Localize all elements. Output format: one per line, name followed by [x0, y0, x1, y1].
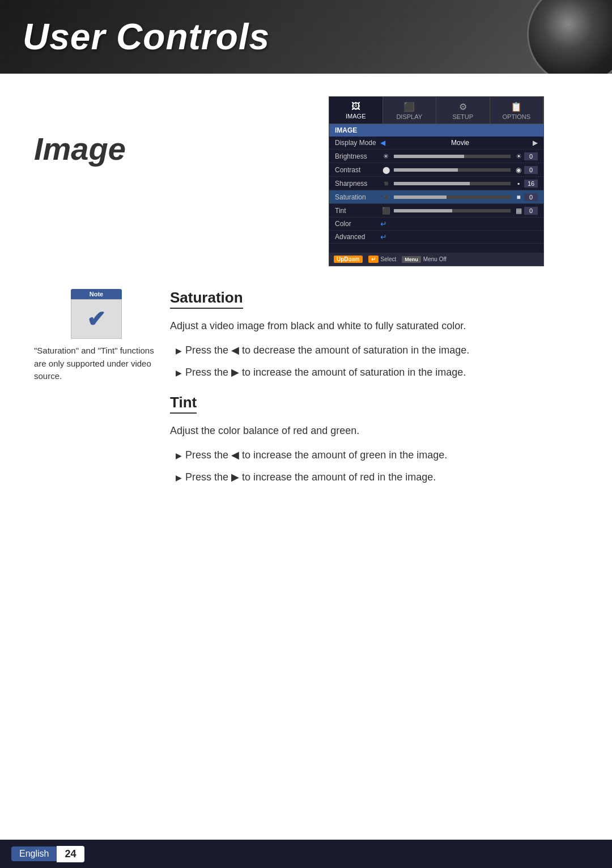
display-mode-label: Display Mode	[335, 139, 380, 147]
tint-title: Tint	[170, 394, 197, 414]
saturation-bullets: ▶ Press the ◀ to decrease the amount of …	[170, 342, 469, 381]
contrast-label: Contrast	[335, 166, 380, 174]
tint-slider[interactable]	[394, 209, 511, 212]
lens-decoration	[499, 0, 612, 74]
image-tab-icon: 🖼	[332, 101, 380, 112]
osd-tab-options[interactable]: 📋 OPTIONS	[490, 97, 544, 124]
color-enter-icon[interactable]: ↵	[380, 219, 387, 228]
enter-key: ↵	[368, 256, 379, 263]
tint-description: Adjust the color balance of red and gree…	[170, 423, 469, 439]
tint-bullet-1-text: Press the ◀ to increase the amount of gr…	[185, 447, 447, 463]
osd-tab-image[interactable]: 🖼 IMAGE	[329, 97, 383, 124]
saturation-value: 0	[524, 193, 538, 201]
tint-label: Tint	[335, 207, 380, 215]
saturation-section: Saturation Adjust a video image from bla…	[170, 289, 469, 380]
bullet-arrow-icon-4: ▶	[176, 471, 182, 484]
bullet-arrow-icon-2: ▶	[176, 367, 182, 379]
osd-advanced-row: Advanced ↵	[329, 231, 543, 244]
bullet-arrow-icon-3: ▶	[176, 449, 182, 462]
contrast-value: 0	[524, 166, 538, 174]
contrast-slider-track	[394, 168, 511, 172]
osd-tabs: 🖼 IMAGE ⬛ DISPLAY ⚙ SETUP 📋 OPTIONS	[329, 97, 543, 124]
sharpness-value: 16	[524, 180, 538, 188]
saturation-bullet-2: ▶ Press the ▶ to increase the amount of …	[176, 364, 469, 381]
options-tab-icon: 📋	[492, 101, 541, 112]
sharpness-slider-fill	[394, 182, 470, 185]
sharpness-indicator-icon: ▪	[513, 180, 524, 188]
osd-contrast-row: Contrast ⬤ ◉ 0	[329, 163, 543, 177]
saturation-bullet-1-text: Press the ◀ to decrease the amount of sa…	[185, 342, 469, 359]
contrast-icon: ⬤	[380, 166, 392, 174]
note-badge: Note	[71, 289, 122, 299]
setup-tab-icon: ⚙	[439, 101, 487, 112]
tint-bullets: ▶ Press the ◀ to increase the amount of …	[170, 447, 469, 486]
osd-display-mode-row: Display Mode ◀ Movie ▶	[329, 137, 543, 150]
image-section: Image 🖼 IMAGE ⬛ DISPLAY ⚙ SETUP 📋	[34, 96, 578, 266]
setup-tab-label: SETUP	[452, 113, 473, 120]
saturation-bullet-1: ▶ Press the ◀ to decrease the amount of …	[176, 342, 469, 359]
osd-footer-updown: UpDown	[334, 256, 363, 263]
saturation-slider-fill	[394, 195, 447, 199]
osd-menu: 🖼 IMAGE ⬛ DISPLAY ⚙ SETUP 📋 OPTIONS IMAG…	[329, 96, 544, 266]
sharpness-label: Sharpness	[335, 180, 380, 188]
saturation-slider[interactable]	[394, 195, 511, 199]
osd-section-header: IMAGE	[329, 124, 543, 137]
select-label: Select	[381, 256, 397, 262]
checkmark-icon: ✔	[87, 306, 106, 332]
tint-bullet-2: ▶ Press the ▶ to increase the amount of …	[176, 469, 469, 486]
tint-icon: ⬛	[380, 207, 392, 215]
contrast-slider[interactable]	[394, 168, 511, 172]
saturation-indicator-icon: ■	[513, 193, 524, 201]
display-mode-left-arrow[interactable]: ◀	[380, 139, 385, 147]
advanced-label: Advanced	[335, 233, 380, 241]
brightness-label: Brightness	[335, 152, 380, 160]
saturation-slider-track	[394, 195, 511, 199]
tint-value: 0	[524, 207, 538, 215]
osd-footer: UpDown ↵ Select Menu Menu Off	[329, 253, 543, 266]
advanced-enter-icon[interactable]: ↵	[380, 232, 387, 241]
sharpness-slider[interactable]	[394, 182, 511, 185]
note-and-saturation: Note ✔ "Saturation" and "Tint" functions…	[34, 289, 578, 499]
osd-color-row: Color ↵	[329, 218, 543, 231]
tint-bullet-2-text: Press the ▶ to increase the amount of re…	[185, 469, 436, 486]
main-content: Image 🖼 IMAGE ⬛ DISPLAY ⚙ SETUP 📋	[0, 74, 612, 539]
brightness-sun-icon: ☀	[513, 152, 524, 160]
updown-key: UpDown	[334, 256, 363, 263]
note-icon-box: ✔	[71, 299, 122, 339]
page-header: User Controls	[0, 0, 612, 74]
brightness-slider[interactable]	[394, 155, 511, 158]
osd-brightness-row: Brightness ✳ ☀ 0	[329, 150, 543, 163]
osd-tint-row: Tint ⬛ ▦ 0	[329, 204, 543, 218]
tint-slider-fill	[394, 209, 452, 212]
display-mode-value: Movie	[388, 139, 533, 147]
note-box: Note ✔ "Saturation" and "Tint" functions…	[34, 289, 159, 499]
saturation-icon: ◾	[380, 193, 392, 201]
osd-sharpness-row: Sharpness ◾ ▪ 16	[329, 177, 543, 190]
saturation-bullet-2-text: Press the ▶ to increase the amount of sa…	[185, 364, 466, 381]
brightness-value: 0	[524, 152, 538, 160]
contrast-slider-fill	[394, 168, 458, 172]
tint-indicator-icon: ▦	[513, 207, 524, 215]
brightness-slider-fill	[394, 155, 464, 158]
note-text: "Saturation" and "Tint" functions are on…	[34, 344, 159, 383]
color-label: Color	[335, 220, 380, 228]
footer-language: English	[11, 846, 57, 861]
brightness-slider-track	[394, 155, 511, 158]
tint-slider-track	[394, 209, 511, 212]
options-tab-label: OPTIONS	[502, 113, 530, 120]
display-mode-right-arrow[interactable]: ▶	[533, 139, 538, 147]
footer-page-number: 24	[57, 846, 84, 862]
contrast-indicator-icon: ◉	[513, 166, 524, 174]
sharpness-icon: ◾	[380, 180, 392, 188]
sharpness-slider-track	[394, 182, 511, 185]
menu-key: Menu	[402, 256, 421, 263]
saturation-title: Saturation	[170, 289, 243, 309]
osd-tab-display[interactable]: ⬛ DISPLAY	[383, 97, 437, 124]
tint-section: Tint Adjust the color balance of red and…	[170, 394, 469, 485]
lens-circle	[527, 0, 612, 74]
image-tab-label: IMAGE	[346, 113, 366, 120]
tint-bullet-1: ▶ Press the ◀ to increase the amount of …	[176, 447, 469, 463]
page-footer: English 24	[0, 840, 612, 868]
osd-tab-setup[interactable]: ⚙ SETUP	[436, 97, 490, 124]
image-label: Image	[34, 130, 181, 167]
